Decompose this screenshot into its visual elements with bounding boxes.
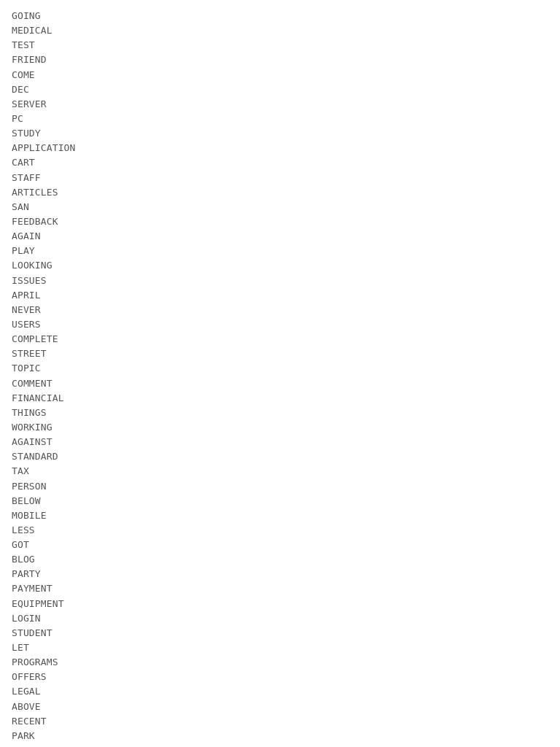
list-item: FEEDBACK <box>12 214 548 229</box>
list-item: STREET <box>12 347 548 361</box>
list-item: DEC <box>12 82 548 97</box>
list-item: FINANCIAL <box>12 391 548 406</box>
list-item: PERSON <box>12 479 548 494</box>
list-item: COMPLETE <box>12 332 548 347</box>
list-item: SERVER <box>12 97 548 112</box>
list-item: CART <box>12 155 548 170</box>
list-item: STORES <box>12 743 548 747</box>
list-item: THINGS <box>12 406 548 420</box>
list-item: RECENT <box>12 714 548 729</box>
list-item: FRIEND <box>12 53 548 67</box>
list-item: TEST <box>12 38 548 53</box>
list-item: BELOW <box>12 494 548 508</box>
list-item: APPLICATION <box>12 141 548 155</box>
list-item: MOBILE <box>12 508 548 523</box>
list-item: LET <box>12 640 548 655</box>
list-item: PC <box>12 112 548 126</box>
list-item: LESS <box>12 523 548 538</box>
list-item: PARTY <box>12 567 548 581</box>
list-item: GOING <box>12 9 548 23</box>
list-item: BLOG <box>12 552 548 567</box>
list-item: PARK <box>12 729 548 743</box>
list-item: AGAINST <box>12 435 548 449</box>
list-item: MEDICAL <box>12 23 548 38</box>
list-item: AGAIN <box>12 229 548 244</box>
list-item: SAN <box>12 200 548 214</box>
list-item: STUDY <box>12 126 548 141</box>
list-item: COMMENT <box>12 376 548 391</box>
list-item: LOOKING <box>12 258 548 273</box>
list-item: PLAY <box>12 244 548 258</box>
word-list: GOINGMEDICALTESTFRIENDCOMEDECSERVERPCSTU… <box>12 9 548 747</box>
list-item: TAX <box>12 464 548 479</box>
list-item: PAYMENT <box>12 581 548 596</box>
list-item: LOGIN <box>12 611 548 626</box>
list-item: PROGRAMS <box>12 655 548 670</box>
list-item: LEGAL <box>12 684 548 699</box>
list-item: OFFERS <box>12 670 548 684</box>
list-item: ISSUES <box>12 274 548 288</box>
list-item: WORKING <box>12 420 548 435</box>
list-item: STUDENT <box>12 626 548 640</box>
list-item: GOT <box>12 538 548 552</box>
list-item: APRIL <box>12 288 548 303</box>
list-item: STANDARD <box>12 449 548 464</box>
list-item: NEVER <box>12 303 548 317</box>
list-item: EQUIPMENT <box>12 597 548 611</box>
list-item: TOPIC <box>12 361 548 376</box>
list-item: ABOVE <box>12 700 548 714</box>
list-item: STAFF <box>12 171 548 185</box>
list-item: COME <box>12 68 548 82</box>
list-item: USERS <box>12 317 548 332</box>
list-item: ARTICLES <box>12 185 548 200</box>
